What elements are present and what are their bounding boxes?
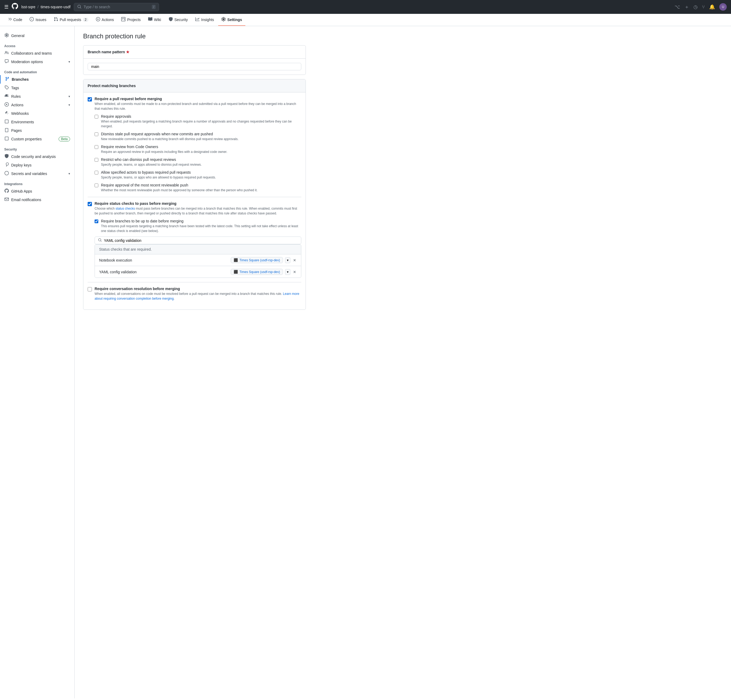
require-code-owners-item: Require review from Code Owners Require …: [95, 145, 301, 154]
top-bar-right: ⌥ ＋ ◷ ⑂ 🔔 U: [675, 3, 727, 11]
require-recent-push-text: Require approval of the most recent revi…: [101, 183, 258, 192]
code-icon: [7, 17, 12, 22]
restrict-dismiss-main: Restrict who can dismiss pull request re…: [95, 157, 301, 167]
tab-wiki[interactable]: Wiki: [145, 14, 164, 26]
plus-icon[interactable]: ＋: [684, 4, 689, 10]
terminal-icon[interactable]: ⌥: [675, 4, 680, 10]
git-pull-icon[interactable]: ⑂: [702, 4, 705, 10]
dismiss-stale-checkbox[interactable]: [95, 132, 98, 136]
require-code-owners-desc: Require an approved review in pull reque…: [101, 150, 227, 154]
require-recent-push-checkbox[interactable]: [95, 183, 98, 187]
sidebar: General Access Collaborators and teams M…: [0, 26, 75, 699]
require-up-to-date-checkbox[interactable]: [95, 220, 98, 223]
sidebar-item-code-security[interactable]: Code security and analysis: [0, 153, 74, 161]
require-recent-push-desc: Whether the most recent reviewable push …: [101, 188, 258, 192]
tab-actions[interactable]: Actions: [93, 14, 117, 26]
sidebar-item-actions[interactable]: Actions ▾: [0, 101, 74, 109]
sidebar-item-email-notifications[interactable]: Email notifications: [0, 195, 74, 204]
tab-projects[interactable]: Projects: [118, 14, 144, 26]
sidebar-item-deploy-keys[interactable]: Deploy keys: [0, 161, 74, 169]
notebook-remove-btn[interactable]: ✕: [292, 258, 297, 263]
sidebar-item-environments[interactable]: Environments: [0, 118, 74, 126]
require-status-checks-checkbox[interactable]: [88, 202, 92, 206]
require-up-to-date-main: Require branches to be up to date before…: [95, 219, 301, 233]
sidebar-moderation-label: Moderation options: [11, 60, 43, 64]
tab-code[interactable]: Code: [4, 14, 25, 26]
sidebar-item-branches[interactable]: Branches: [0, 75, 74, 84]
comment-icon: [4, 59, 9, 65]
branch-name-header: Branch name pattern ★: [84, 45, 305, 59]
rules-icon: [4, 94, 9, 99]
require-pr-checkbox[interactable]: [88, 97, 92, 101]
branch-name-input[interactable]: [88, 63, 301, 70]
actions-icon: [96, 17, 100, 22]
dismiss-stale-label: Dismiss stale pull request approvals whe…: [101, 132, 238, 136]
slash-icon: /: [152, 5, 155, 9]
status-checks-link[interactable]: status checks: [116, 207, 135, 210]
secrets-chevron-icon: ▾: [69, 172, 70, 176]
sidebar-item-general[interactable]: General: [0, 31, 74, 40]
require-conversation-label: Require conversation resolution before m…: [95, 287, 301, 291]
repo-tabs: Code Issues Pull requests 2 Actions Proj…: [0, 14, 731, 26]
issues-icon: [29, 17, 34, 22]
tab-issues[interactable]: Issues: [26, 14, 49, 26]
status-checks-desc-before: Choose which: [95, 207, 116, 210]
sidebar-item-secrets[interactable]: Secrets and variables ▾: [0, 169, 74, 178]
require-code-owners-text: Require review from Code Owners Require …: [101, 145, 227, 154]
security-icon: [169, 17, 173, 22]
search-bar[interactable]: Type / to search /: [74, 3, 159, 11]
yaml-check-name: YAML config validation: [99, 270, 137, 274]
allow-bypass-checkbox[interactable]: [95, 171, 98, 175]
allow-bypass-label: Allow specified actors to bypass require…: [101, 170, 216, 175]
sidebar-secrets-label: Secrets and variables: [11, 172, 47, 176]
tab-insights-label: Insights: [201, 18, 214, 22]
repo-name-link[interactable]: times-square-usdf: [41, 5, 70, 9]
sidebar-item-collaborators[interactable]: Collaborators and teams: [0, 49, 74, 57]
tab-settings[interactable]: Settings: [218, 14, 245, 26]
require-approvals-checkbox[interactable]: [95, 115, 98, 119]
yaml-app-icon: ⬛: [233, 270, 238, 274]
inbox-icon[interactable]: 🔔: [709, 4, 715, 10]
yaml-app-name: Times Square (usdf-rsp-dev): [239, 270, 280, 274]
tab-insights[interactable]: Insights: [192, 14, 217, 26]
status-search-input[interactable]: [104, 238, 298, 243]
status-search-icon: [98, 238, 102, 243]
sidebar-item-custom-props[interactable]: Custom properties Beta: [0, 135, 74, 143]
tag-icon: [4, 85, 9, 91]
require-conversation-checkbox[interactable]: [88, 287, 92, 291]
required-mark: ★: [126, 50, 129, 54]
hamburger-icon[interactable]: ☰: [4, 4, 9, 10]
notebook-dropdown-btn[interactable]: ▾: [285, 257, 291, 263]
insights-icon: [195, 17, 200, 22]
notebook-check-name: Notebook execution: [99, 258, 132, 263]
sidebar-rules-label: Rules: [11, 94, 21, 98]
repo-owner-link[interactable]: lsst-sqre: [21, 5, 35, 9]
status-check-notebook: Notebook execution ⬛ Times Square (usdf-…: [95, 254, 301, 266]
restrict-dismiss-desc: Specify people, teams, or apps allowed t…: [101, 162, 202, 167]
require-conversation-item: Require conversation resolution before m…: [88, 287, 301, 301]
require-up-to-date-label: Require branches to be up to date before…: [101, 219, 301, 223]
avatar[interactable]: U: [719, 3, 727, 11]
require-code-owners-label: Require review from Code Owners: [101, 145, 227, 149]
sidebar-item-tags[interactable]: Tags: [0, 84, 74, 92]
branch-name-label: Branch name pattern: [88, 50, 125, 54]
require-code-owners-main: Require review from Code Owners Require …: [95, 145, 301, 154]
tab-pull-requests[interactable]: Pull requests 2: [51, 14, 92, 26]
github-apps-icon: [4, 189, 9, 194]
sidebar-item-webhooks[interactable]: Webhooks: [0, 109, 74, 118]
main-content: Branch protection rule Branch name patte…: [75, 26, 314, 699]
yaml-dropdown-btn[interactable]: ▾: [285, 269, 291, 275]
sidebar-item-pages[interactable]: Pages: [0, 126, 74, 135]
yaml-remove-btn[interactable]: ✕: [292, 269, 297, 274]
sidebar-item-github-apps[interactable]: GitHub Apps: [0, 187, 74, 195]
require-code-owners-checkbox[interactable]: [95, 145, 98, 149]
restrict-dismiss-checkbox[interactable]: [95, 158, 98, 162]
tab-issues-label: Issues: [35, 18, 46, 22]
github-logo[interactable]: [12, 3, 18, 11]
clock-icon[interactable]: ◷: [693, 4, 698, 10]
require-recent-push-main: Require approval of the most recent revi…: [95, 183, 301, 192]
sidebar-item-moderation[interactable]: Moderation options ▾: [0, 57, 74, 66]
sidebar-item-rules[interactable]: Rules ▾: [0, 92, 74, 101]
tab-security[interactable]: Security: [166, 14, 191, 26]
branch-name-body: [84, 59, 305, 75]
